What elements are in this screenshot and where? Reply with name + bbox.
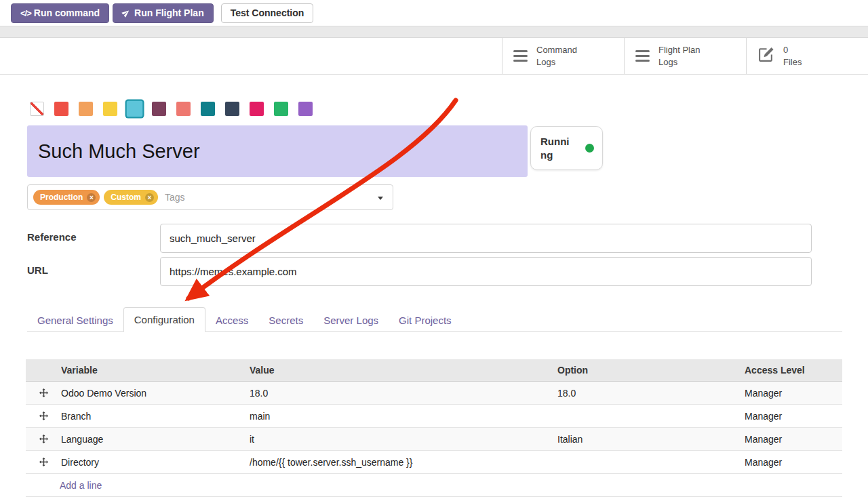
control-panel: </> Run command Run Flight Plan Test Con… [0,0,868,26]
stat-buttons: Command Logs Flight Plan Logs [502,38,868,74]
value-cell[interactable]: /home/{{ tower.server.ssh_username }} [250,457,557,468]
value-cell[interactable]: 18.0 [250,388,557,399]
color-swatch-cyan[interactable] [127,100,143,117]
tag-label: Production [40,193,83,202]
list-lines-icon [513,50,528,62]
color-swatch-red[interactable] [54,102,68,116]
form-header: Command Logs Flight Plan Logs [0,38,868,75]
edit-pencil-icon [757,46,774,66]
table-row: Branch main Manager [26,405,842,428]
test-connection-button[interactable]: Test Connection [221,3,314,23]
variable-cell[interactable]: Odoo Demo Version [61,388,250,399]
access-level-cell[interactable]: Manager [745,434,842,445]
access-level-cell[interactable]: Manager [745,457,842,468]
value-cell[interactable]: it [250,434,557,445]
header-option[interactable]: Option [557,365,745,376]
flight-plan-logs-label: Flight Plan Logs [658,44,700,68]
access-level-cell[interactable]: Manager [745,388,842,399]
color-swatch-purple[interactable] [298,102,313,116]
variable-cell[interactable]: Language [61,434,250,445]
tab-general-settings[interactable]: General Settings [27,309,123,331]
url-input[interactable] [160,257,812,286]
configuration-table: Variable Value Option Access Level Odoo … [26,359,842,497]
test-connection-label: Test Connection [231,7,304,18]
table-row: Language it Italian Manager [26,428,842,451]
tag-label: Custom [111,193,141,202]
header-access-level[interactable]: Access Level [745,365,842,376]
tag-production[interactable]: Production × [33,190,100,205]
files-button[interactable]: 0 Files [746,38,868,74]
option-cell[interactable]: 18.0 [557,388,745,399]
color-swatch-orange[interactable] [79,102,93,116]
table-row: Odoo Demo Version 18.0 18.0 Manager [26,382,842,405]
header-variable[interactable]: Variable [61,365,250,376]
tag-remove-icon[interactable]: × [145,193,154,202]
color-swatch-salmon[interactable] [176,102,191,116]
color-picker [30,100,313,117]
paper-plane-icon [121,7,132,19]
run-flight-plan-label: Run Flight Plan [134,7,204,18]
reference-label: Reference [27,231,77,243]
server-form-page: </> Run command Run Flight Plan Test Con… [0,0,868,503]
code-icon: </> [20,8,31,18]
files-label: 0 Files [783,44,802,68]
table-header-row: Variable Value Option Access Level [26,359,842,382]
tab-access[interactable]: Access [205,309,258,331]
run-command-label: Run command [34,7,100,18]
variable-cell[interactable]: Directory [61,457,250,468]
table-row: Directory /home/{{ tower.server.ssh_user… [26,451,842,474]
color-swatch-yellow[interactable] [103,102,117,116]
flight-plan-logs-button[interactable]: Flight Plan Logs [624,38,746,74]
variable-cell[interactable]: Branch [61,411,250,422]
table-footer: Add a line [26,474,842,497]
color-swatch-fuchsia[interactable] [250,102,264,116]
color-swatch-none[interactable] [30,102,44,116]
tags-field[interactable]: Production × Custom × Tags [27,184,393,210]
color-swatch-teal[interactable] [201,102,215,116]
tab-git-projects[interactable]: Git Projects [389,309,462,331]
option-cell[interactable]: Italian [557,434,745,445]
access-level-cell[interactable]: Manager [745,411,842,422]
toolbar-separator-band [0,26,868,38]
status-indicator[interactable]: Running [530,126,603,170]
value-cell[interactable]: main [250,411,557,422]
drag-handle-icon[interactable] [39,388,48,397]
notebook-tabs: General Settings Configuration Access Se… [27,307,842,332]
add-a-line-link[interactable]: Add a line [60,480,102,491]
color-swatch-navy[interactable] [225,102,239,116]
tag-remove-icon[interactable]: × [87,193,96,202]
reference-input[interactable] [160,224,812,253]
command-logs-label: Command Logs [536,44,577,68]
color-swatch-green[interactable] [274,102,288,116]
tags-placeholder: Tags [165,192,185,203]
tab-server-logs[interactable]: Server Logs [313,309,389,331]
drag-handle-icon[interactable] [39,435,48,443]
run-command-button[interactable]: </> Run command [11,3,109,23]
command-logs-button[interactable]: Command Logs [502,38,624,74]
tag-custom[interactable]: Custom × [104,190,158,205]
status-dot-icon [585,144,594,153]
status-label: Running [540,135,573,161]
url-label: URL [27,264,48,276]
header-value[interactable]: Value [250,365,557,376]
run-flight-plan-button[interactable]: Run Flight Plan [113,3,214,23]
tab-secrets[interactable]: Secrets [258,309,313,331]
list-lines-icon [635,50,650,62]
drag-handle-icon[interactable] [39,411,48,420]
drag-handle-icon[interactable] [39,458,48,466]
dropdown-caret-icon[interactable] [378,197,383,200]
tab-configuration[interactable]: Configuration [123,307,205,332]
server-name-input[interactable] [27,125,528,177]
color-swatch-plum[interactable] [152,102,166,116]
